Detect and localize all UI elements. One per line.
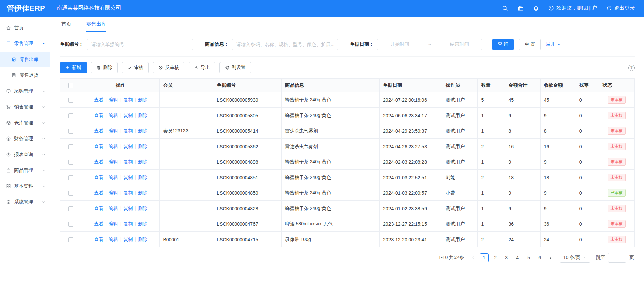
sidebar-item-base[interactable]: 基本资料: [0, 178, 50, 194]
action-delete-link[interactable]: 删除: [138, 97, 147, 102]
action-copy-link[interactable]: 复制: [123, 128, 133, 133]
tab-home[interactable]: 首页: [61, 17, 71, 32]
row-checkbox[interactable]: [68, 237, 73, 242]
action-view-link[interactable]: 查看: [94, 113, 103, 118]
action-delete-link[interactable]: 删除: [138, 190, 147, 195]
action-separator: |: [135, 113, 136, 118]
page-button-4[interactable]: 4: [513, 253, 522, 262]
action-view-link[interactable]: 查看: [94, 159, 103, 164]
page-size-select[interactable]: 10 条/页: [560, 253, 590, 263]
sidebar-item-home[interactable]: 首页: [0, 20, 50, 36]
logout-button[interactable]: 退出登录: [606, 5, 635, 11]
welcome-user[interactable]: 欢迎您，测试用户: [548, 5, 597, 11]
qty-cell: 1: [478, 201, 505, 216]
delete-button[interactable]: 删除: [91, 62, 118, 73]
action-delete-link[interactable]: 删除: [138, 221, 147, 226]
action-delete-link[interactable]: 删除: [138, 113, 147, 118]
action-edit-link[interactable]: 编辑: [109, 128, 118, 133]
action-copy-link[interactable]: 复制: [123, 237, 133, 242]
action-copy-link[interactable]: 复制: [123, 159, 133, 164]
row-checkbox[interactable]: [68, 191, 73, 196]
page-button-5[interactable]: 5: [524, 253, 533, 262]
row-checkbox[interactable]: [68, 129, 73, 134]
sidebar-item-sale[interactable]: 销售管理: [0, 99, 50, 115]
search-icon[interactable]: [502, 5, 508, 11]
row-checkbox[interactable]: [68, 160, 73, 165]
page-button-2[interactable]: 2: [491, 253, 500, 262]
operator-cell: 测试用户: [442, 139, 478, 154]
action-view-link[interactable]: 查看: [94, 175, 103, 180]
action-edit-link[interactable]: 编辑: [109, 159, 118, 164]
action-delete-link[interactable]: 删除: [138, 128, 147, 133]
action-delete-link[interactable]: 删除: [138, 175, 147, 180]
sidebar-item-warehouse[interactable]: 仓库管理: [0, 115, 50, 131]
sidebar-item-finance[interactable]: 财务管理: [0, 131, 50, 147]
row-checkbox[interactable]: [68, 206, 73, 211]
action-edit-link[interactable]: 编辑: [109, 190, 118, 195]
page-button-3[interactable]: 3: [502, 253, 511, 262]
row-checkbox[interactable]: [68, 113, 73, 118]
sidebar-item-report[interactable]: 报表查询: [0, 147, 50, 162]
add-button[interactable]: 新增: [60, 62, 87, 73]
page-button-6[interactable]: 6: [535, 253, 544, 262]
bill-no-input[interactable]: [87, 39, 193, 50]
help-icon[interactable]: ?: [628, 65, 635, 71]
sidebar-item-retail[interactable]: 零售管理: [0, 36, 50, 52]
bill-no-cell: LSCK00000004715: [213, 232, 281, 247]
action-edit-link[interactable]: 编辑: [109, 113, 118, 118]
action-copy-link[interactable]: 复制: [123, 144, 133, 149]
bell-icon[interactable]: [533, 5, 539, 11]
bank-icon[interactable]: [517, 5, 523, 11]
action-view-link[interactable]: 查看: [94, 128, 103, 133]
row-checkbox[interactable]: [68, 144, 73, 149]
action-copy-link[interactable]: 复制: [123, 113, 133, 118]
column-settings-button[interactable]: 列设置: [219, 62, 251, 73]
action-copy-link[interactable]: 复制: [123, 175, 133, 180]
sidebar-item-retail-return[interactable]: 零售退货: [0, 67, 50, 83]
action-delete-link[interactable]: 删除: [138, 144, 147, 149]
action-view-link[interactable]: 查看: [94, 190, 103, 195]
date-cell: 2023-12-20 00:23:41: [380, 232, 442, 247]
sidebar-item-goods[interactable]: 商品管理: [0, 162, 50, 178]
sidebar-item-purchase[interactable]: 采购管理: [0, 83, 50, 99]
next-page-button[interactable]: [547, 253, 555, 262]
action-edit-link[interactable]: 编辑: [109, 97, 118, 102]
action-view-link[interactable]: 查看: [94, 221, 103, 226]
date-cell: 2024-01-03 22:52:51: [380, 170, 442, 185]
action-copy-link[interactable]: 复制: [123, 206, 133, 211]
reset-button[interactable]: 重 置: [519, 39, 541, 50]
prev-page-button[interactable]: [469, 253, 477, 262]
search-button[interactable]: 查 询: [492, 39, 514, 50]
tab-retail-out[interactable]: 零售出库: [86, 17, 106, 32]
action-copy-link[interactable]: 复制: [123, 190, 133, 195]
row-checkbox[interactable]: [68, 98, 73, 103]
action-view-link[interactable]: 查看: [94, 97, 103, 102]
action-view-link[interactable]: 查看: [94, 144, 103, 149]
sidebar-item-retail-out[interactable]: 零售出库: [0, 52, 50, 67]
action-copy-link[interactable]: 复制: [123, 97, 133, 102]
action-view-link[interactable]: 查看: [94, 237, 103, 242]
action-view-link[interactable]: 查看: [94, 206, 103, 211]
action-edit-link[interactable]: 编辑: [109, 237, 118, 242]
action-delete-link[interactable]: 删除: [138, 206, 147, 211]
action-delete-link[interactable]: 删除: [138, 159, 147, 164]
action-copy-link[interactable]: 复制: [123, 221, 133, 226]
product-input[interactable]: [232, 39, 338, 50]
action-edit-link[interactable]: 编辑: [109, 206, 118, 211]
row-checkbox[interactable]: [68, 222, 73, 227]
expand-link[interactable]: 展开: [546, 41, 561, 48]
sidebar-item-system[interactable]: 系统管理: [0, 194, 50, 210]
select-all-checkbox[interactable]: [68, 83, 73, 88]
audit-button[interactable]: 审核: [122, 62, 149, 73]
page-button-1[interactable]: 1: [480, 253, 489, 262]
unaudit-button[interactable]: 反审核: [153, 62, 184, 73]
action-edit-link[interactable]: 编辑: [109, 175, 118, 180]
export-button[interactable]: 导出: [189, 62, 215, 73]
date-range-input[interactable]: 开始时间 ~ 结束时间: [377, 39, 482, 50]
jump-page-input[interactable]: [608, 253, 626, 263]
action-delete-link[interactable]: 删除: [138, 237, 147, 242]
status-cell: 未审核: [599, 123, 634, 139]
action-edit-link[interactable]: 编辑: [109, 221, 118, 226]
row-checkbox[interactable]: [68, 175, 73, 180]
action-edit-link[interactable]: 编辑: [109, 144, 118, 149]
